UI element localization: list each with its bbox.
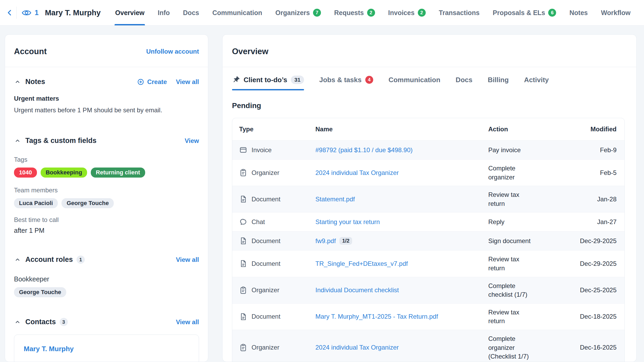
nav-tab[interactable]: Notes bbox=[563, 0, 594, 25]
table-row[interactable]: Chat Starting your tax return Reply Jan-… bbox=[232, 212, 624, 231]
table-row[interactable]: Document TR_Single_Fed+DEtaxes_v7.pdf Re… bbox=[232, 250, 624, 277]
view-all-notes-link[interactable]: View all bbox=[176, 78, 199, 86]
tags-section-title: Tags & custom fields bbox=[25, 137, 97, 145]
modified-cell: Jan-28 bbox=[537, 196, 617, 203]
nav-tab-label: Transactions bbox=[439, 9, 480, 17]
nav-tab[interactable]: Docs bbox=[176, 0, 206, 25]
overview-header: Overview bbox=[222, 35, 636, 67]
table-row[interactable]: Document fw9.pdf 1/2 Sign document Dec-2… bbox=[232, 231, 624, 250]
item-name-link[interactable]: Starting your tax return bbox=[315, 218, 380, 226]
nav-tab[interactable]: Requests 2 bbox=[328, 0, 382, 25]
table-row[interactable]: Document Mary T. Murphy_MT1-2025 - Tax R… bbox=[232, 303, 624, 330]
account-nav-tabs: Overview Info Docs Communication Organiz… bbox=[108, 0, 637, 25]
name-cell: TR_Single_Fed+DEtaxes_v7.pdf bbox=[315, 260, 488, 267]
overview-tab[interactable]: Client to-do’s 31 bbox=[232, 76, 304, 90]
item-name-link[interactable]: Statement.pdf bbox=[315, 196, 355, 203]
collapse-chevron-icon[interactable] bbox=[14, 318, 21, 326]
followers-indicator[interactable]: 1 bbox=[22, 8, 39, 18]
nav-tab[interactable]: Proposals & ELs 6 bbox=[486, 0, 563, 25]
overview-tab[interactable]: Activity bbox=[524, 76, 549, 90]
table-row[interactable]: Invoice #98792 (paid $1.10 / due $498.90… bbox=[232, 140, 624, 159]
nav-tab-label: Workflow bbox=[601, 9, 631, 17]
table-row[interactable]: Document Statement.pdf Review tax return… bbox=[232, 186, 624, 212]
type-cell: Invoice bbox=[239, 146, 315, 154]
team-member-pill[interactable]: George Touche bbox=[61, 198, 114, 208]
contact-name-link[interactable]: Mary T. Murphy bbox=[24, 345, 189, 353]
overview-tab[interactable]: Billing bbox=[488, 76, 509, 90]
role-label: Bookkeeper bbox=[14, 275, 199, 283]
item-name-link[interactable]: TR_Single_Fed+DEtaxes_v7.pdf bbox=[315, 260, 408, 267]
tag-pill[interactable]: Bookkeeping bbox=[41, 168, 87, 178]
type-label: Organizer bbox=[252, 169, 279, 177]
name-cell: Starting your tax return bbox=[315, 218, 488, 226]
nav-tab[interactable]: Invoices 2 bbox=[382, 0, 432, 25]
organizer-icon bbox=[239, 169, 247, 177]
followers-count: 1 bbox=[35, 9, 39, 17]
overview-tab-label: Docs bbox=[456, 76, 472, 84]
account-header: Account Unfollow account bbox=[5, 35, 208, 67]
nav-tab[interactable]: Communication bbox=[206, 0, 269, 25]
back-button[interactable] bbox=[6, 7, 14, 18]
overview-tab[interactable]: Docs bbox=[456, 76, 472, 90]
nav-tab[interactable]: Transactions bbox=[432, 0, 486, 25]
nav-tab[interactable]: Overview bbox=[108, 0, 151, 25]
item-name-link[interactable]: Individual Document checklist bbox=[315, 286, 399, 294]
progress-badge: 1/2 bbox=[339, 237, 352, 245]
create-note-button[interactable]: Create bbox=[137, 78, 167, 86]
tags-list: 1040 Bookkeeping Returning client bbox=[14, 168, 199, 178]
type-label: Organizer bbox=[252, 286, 279, 294]
item-name-link[interactable]: 2024 individual Tax Organizer bbox=[315, 344, 399, 351]
view-all-roles-link[interactable]: View all bbox=[176, 256, 199, 263]
nav-tab[interactable]: Organizers 7 bbox=[269, 0, 328, 25]
team-member-pill[interactable]: Luca Pacioli bbox=[14, 198, 58, 208]
view-all-contacts-link[interactable]: View all bbox=[176, 318, 199, 326]
type-cell: Document bbox=[239, 195, 315, 203]
type-cell: Chat bbox=[239, 218, 315, 226]
pin-icon bbox=[232, 76, 240, 84]
table-row[interactable]: Organizer 2024 individual Tax Organizer … bbox=[232, 330, 624, 362]
organizer-icon bbox=[239, 286, 247, 294]
tag-pill[interactable]: Returning client bbox=[91, 168, 145, 178]
action-cell: Sign document bbox=[488, 236, 537, 245]
view-tags-link[interactable]: View bbox=[185, 137, 199, 145]
nav-tab-count-badge: 2 bbox=[418, 9, 426, 17]
collapse-chevron-icon[interactable] bbox=[14, 256, 21, 263]
item-name-link[interactable]: fw9.pdf bbox=[315, 237, 336, 245]
nav-tab[interactable]: Info bbox=[151, 0, 176, 25]
column-header-type: Type bbox=[239, 126, 315, 133]
page-content: Account Unfollow account Notes Create Vi… bbox=[0, 26, 644, 362]
collapse-chevron-icon[interactable] bbox=[14, 78, 21, 85]
tab-alert-badge: 4 bbox=[365, 76, 373, 84]
table-row[interactable]: Organizer Individual Document checklist … bbox=[232, 277, 624, 303]
name-cell: Statement.pdf bbox=[315, 196, 488, 203]
invoice-icon bbox=[239, 146, 247, 154]
name-cell: Individual Document checklist bbox=[315, 286, 488, 294]
plus-circle-icon bbox=[137, 78, 144, 86]
tag-pill[interactable]: 1040 bbox=[14, 168, 37, 178]
collapse-chevron-icon[interactable] bbox=[14, 137, 21, 144]
type-cell: Organizer bbox=[239, 169, 315, 177]
tags-section: Tags & custom fields View Tags 1040 Book… bbox=[14, 137, 199, 234]
nav-tab-label: Docs bbox=[183, 9, 199, 17]
column-header-action: Action bbox=[488, 126, 537, 133]
role-member-pill[interactable]: George Touche bbox=[14, 287, 66, 297]
item-name-link[interactable]: Mary T. Murphy_MT1-2025 - Tax Return.pdf bbox=[315, 313, 438, 320]
document-icon bbox=[239, 313, 247, 321]
contacts-title: Contacts bbox=[25, 318, 56, 326]
type-cell: Document bbox=[239, 237, 315, 245]
overview-tab[interactable]: Jobs & tasks 4 bbox=[319, 76, 373, 90]
overview-tab-label: Activity bbox=[524, 76, 549, 84]
team-members-list: Luca Pacioli George Touche bbox=[14, 198, 199, 208]
overview-tab[interactable]: Communication bbox=[389, 76, 440, 90]
table-row[interactable]: Organizer 2024 individual Tax Organizer … bbox=[232, 159, 624, 186]
unfollow-account-link[interactable]: Unfollow account bbox=[146, 48, 199, 55]
document-icon bbox=[239, 237, 247, 245]
item-name-link[interactable]: #98792 (paid $1.10 / due $498.90) bbox=[315, 146, 413, 154]
contact-card: Mary T. Murphy Primary phone +1 555-017-… bbox=[14, 335, 199, 362]
item-name-link[interactable]: 2024 individual Tax Organizer bbox=[315, 169, 399, 177]
nav-tab-count-badge: 2 bbox=[367, 9, 375, 17]
nav-tab[interactable]: Workflow bbox=[594, 0, 637, 25]
modified-cell: Dec-29-2025 bbox=[537, 260, 617, 267]
type-label: Invoice bbox=[252, 146, 272, 154]
column-header-name: Name bbox=[315, 126, 488, 133]
